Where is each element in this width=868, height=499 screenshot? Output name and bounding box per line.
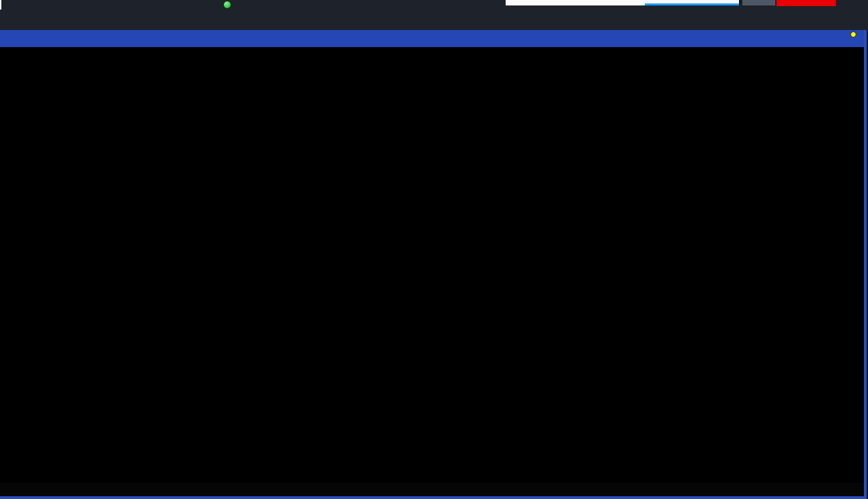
trace-canvas[interactable]	[0, 47, 863, 483]
footer-bar	[0, 483, 864, 496]
trace-dot-icon	[850, 31, 856, 38]
toolbar-input-cursor	[739, 0, 740, 5]
toolbar-input-underline	[645, 3, 740, 5]
trace-legend[interactable]	[850, 31, 860, 38]
toolbar-record-strip[interactable]	[777, 0, 836, 6]
left-edge-sliver	[0, 0, 1, 10]
window-titlebar[interactable]	[0, 30, 864, 47]
spectrum-analyzer-screen	[0, 0, 868, 499]
measurement-window	[0, 30, 867, 499]
rbw-coupled-indicator-icon	[224, 1, 231, 8]
plot-container	[0, 47, 864, 483]
settings-bar	[0, 0, 868, 30]
toolbar-gray-button[interactable]	[742, 0, 775, 5]
